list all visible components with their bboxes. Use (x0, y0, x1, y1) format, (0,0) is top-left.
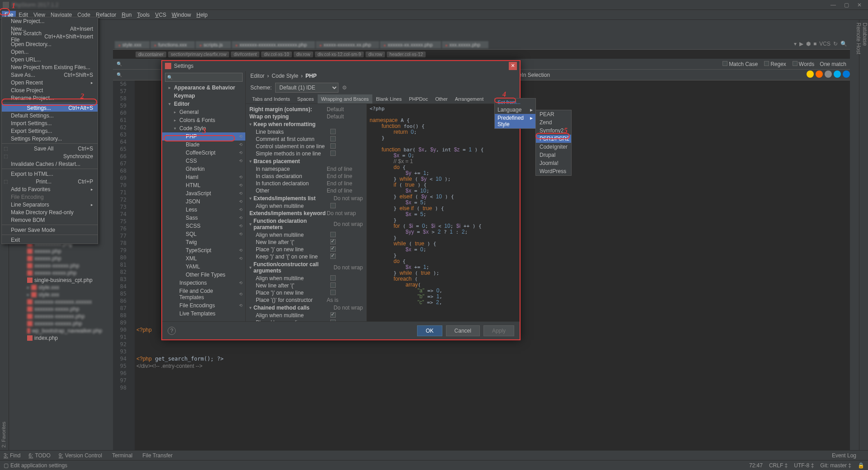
status-item[interactable]: UTF-8 ‡ (794, 462, 814, 469)
nav-html[interactable]: HTML⟲ (162, 181, 245, 189)
nav-sass[interactable]: Sass⟲ (162, 214, 245, 222)
settings-tab-blank-lines[interactable]: Blank Lines (372, 94, 405, 103)
tool-window-find[interactable]: 3: Find (4, 452, 20, 459)
nav-haml[interactable]: Haml⟲ (162, 173, 245, 181)
nav-css[interactable]: CSS⟲ (162, 157, 245, 165)
project-file[interactable]: xxxxxxx-xxxxxxx.xxxxxx (9, 298, 104, 306)
find-opt[interactable]: Regex (764, 61, 786, 67)
file-menu-export-to-html-[interactable]: Export to HTML... (2, 170, 98, 178)
file-menu-open-recent[interactable]: Open Recent▸ (2, 79, 98, 86)
sync-icon[interactable]: ↻ (833, 41, 838, 47)
maximize-button[interactable]: ▢ (844, 2, 849, 8)
opera-icon[interactable] (834, 70, 841, 78)
project-file[interactable]: xxxxxxx-xxxxx.php (9, 306, 104, 313)
debug-icon[interactable]: ⬢ (806, 41, 811, 47)
settings-tab-wrapping-and-braces[interactable]: Wrapping and Braces (318, 94, 373, 103)
stop-icon[interactable]: ■ (813, 41, 816, 47)
opt-checkbox[interactable] (330, 143, 336, 149)
file-menu-import-settings-[interactable]: Import Settings... (2, 119, 98, 127)
dialog-close-button[interactable]: × (509, 62, 517, 70)
tool-window-terminal[interactable]: Terminal (110, 452, 132, 459)
opt-checkbox[interactable] (330, 129, 336, 134)
opt-group[interactable]: Keep when reformatting (249, 120, 363, 128)
firefox-icon[interactable] (816, 70, 823, 78)
opt-checkbox[interactable] (330, 239, 336, 244)
opt-group[interactable]: Function declaration parametersDo not wr… (249, 217, 363, 231)
file-menu-new-project-from-existing-files-[interactable]: New Project from Existing Files... (2, 63, 98, 71)
file-menu-settings-repository-[interactable]: Settings Repository... (2, 135, 98, 142)
opt-checkbox[interactable] (330, 282, 336, 288)
editor-tab[interactable]: scripts.js (196, 41, 231, 48)
nav-json[interactable]: JSON⟲ (162, 197, 245, 206)
opt-checkbox[interactable] (330, 312, 336, 318)
project-file[interactable]: xxxxxx-xxxxx.php (9, 269, 104, 277)
style-codeigniter[interactable]: CodeIgniter (536, 143, 571, 151)
opt-group[interactable]: Extends/implements listDo not wrap (249, 194, 363, 202)
search-icon[interactable]: 🔍 (840, 41, 847, 47)
opt-group[interactable]: Function/constructor call argumentsDo no… (249, 260, 363, 275)
file-menu-line-separators[interactable]: Line Separators▸ (2, 201, 98, 208)
chrome-icon[interactable] (807, 70, 814, 78)
project-file[interactable]: xxxxxx.php (9, 255, 104, 262)
file-menu-open-[interactable]: Open... (2, 48, 98, 56)
settings-tab-phpdoc[interactable]: PHPDoc (405, 94, 432, 103)
file-menu-synchronize[interactable]: Synchronize (2, 152, 98, 160)
editor-tab[interactable]: functions.xxx (150, 41, 195, 48)
opt-checkbox[interactable] (330, 275, 336, 281)
file-menu-invalidate-caches-restart-[interactable]: Invalidate Caches / Restart... (2, 160, 98, 168)
replace-opt[interactable]: In Selection (521, 72, 550, 78)
status-item[interactable]: 72:47 (749, 462, 763, 469)
find-opt[interactable]: Match Case (723, 61, 758, 67)
nav-gherkin[interactable]: Gherkin (162, 165, 245, 173)
nav-appearance-behavior[interactable]: ▸Appearance & Behavior (162, 84, 245, 92)
project-file[interactable]: xxxxxx-xxxxxx.php (9, 262, 104, 269)
opt-group[interactable]: Braces placement (249, 157, 363, 165)
style-joomla[interactable]: Joomla! (536, 159, 571, 167)
nav-other-file-types[interactable]: Other File Types (162, 271, 245, 279)
settings-tab-arrangement[interactable]: Arrangement (451, 94, 488, 103)
settings-tab-other[interactable]: Other (432, 94, 451, 103)
set-from-predefined[interactable]: Predefined Style▸ (495, 114, 535, 128)
file-menu-export-settings-[interactable]: Export Settings... (2, 127, 98, 135)
event-log[interactable]: Event Log (832, 452, 856, 459)
tool-window-file-transfer[interactable]: File Transfer (141, 452, 173, 459)
vcs-icon[interactable]: VCS (819, 41, 830, 47)
nav-keymap[interactable]: Keymap (162, 92, 245, 100)
nav-file-encodings[interactable]: File Encodings⟲ (162, 301, 245, 310)
safari-icon[interactable] (825, 70, 832, 78)
project-file[interactable]: xxxxxx.php (9, 248, 104, 255)
tool-window-version-control[interactable]: 9: Version Control (59, 452, 102, 459)
breadcrumb-item[interactable]: div.col-xs-12.col-sm-9 (315, 52, 364, 57)
nav-javascript[interactable]: JavaScript⟲ (162, 189, 245, 197)
set-from-language[interactable]: Language▸ (495, 106, 535, 114)
file-menu-make-directory-read-only[interactable]: Make Directory Read-only (2, 208, 98, 216)
breadcrumb-item[interactable]: header.col-xs-12 (387, 52, 426, 57)
nav-general[interactable]: ▸General (162, 108, 245, 116)
status-item[interactable]: 🔒 (858, 462, 864, 469)
file-menu-power-save-mode[interactable]: Power Save Mode (2, 226, 98, 234)
minimize-button[interactable]: — (830, 2, 836, 8)
file-menu-save-all[interactable]: Save AllCtrl+S (2, 145, 98, 152)
menu-run[interactable]: Run (119, 11, 134, 19)
opt-checkbox[interactable] (330, 232, 336, 237)
opt-group[interactable]: Chained method callsDo not wrap (249, 304, 363, 312)
project-file[interactable]: ▸style.xxx (9, 291, 104, 298)
run-icon[interactable]: ▶ (799, 41, 803, 47)
dropdown-icon[interactable]: ▾ (794, 41, 797, 47)
settings-search-input[interactable] (165, 73, 243, 82)
apply-button[interactable]: Apply (483, 325, 514, 336)
style-pear[interactable]: PEAR (536, 110, 571, 118)
breadcrumb-item[interactable]: div#content (231, 52, 259, 57)
editor-tab[interactable]: xxxxxxx-xxxxxxx.xxxxxxxx.php (232, 41, 315, 48)
nav-file-and-code-templates[interactable]: File and Code Templates⟲ (162, 287, 245, 301)
opt-checkbox[interactable] (330, 246, 336, 252)
file-menu-exit[interactable]: Exit (2, 236, 98, 244)
file-menu-remove-bom[interactable]: Remove BOM (2, 216, 98, 224)
settings-tab-tabs-and-indents[interactable]: Tabs and Indents (249, 94, 294, 103)
project-file[interactable]: single-business_cpt.php (9, 277, 104, 284)
right-tab-database[interactable]: Database (862, 23, 868, 451)
favorites-tab[interactable]: 2: Favorites (1, 422, 6, 447)
cancel-button[interactable]: Cancel (446, 325, 480, 336)
file-menu-new-project-[interactable]: New Project... (2, 17, 98, 25)
nav-typescript[interactable]: TypeScript⟲ (162, 246, 245, 254)
